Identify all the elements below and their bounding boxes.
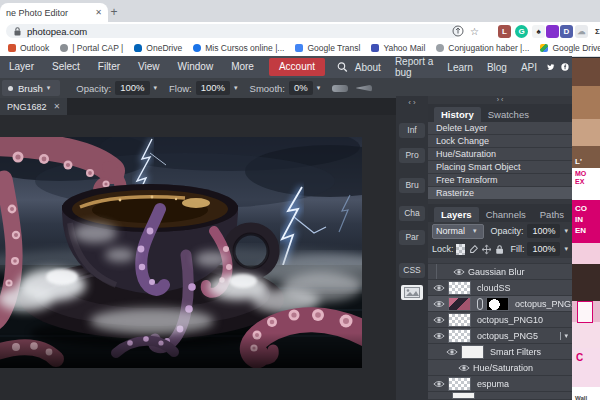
share-icon[interactable] (451, 25, 464, 38)
search-icon[interactable] (337, 61, 348, 73)
panel-button-info[interactable]: Inf (399, 123, 425, 138)
menu-more[interactable]: More (222, 56, 263, 78)
smooth-dropdown-icon[interactable]: ▾ (317, 84, 321, 92)
layer-row-espuma[interactable]: espuma (428, 376, 572, 392)
opacity-value[interactable]: 100% (115, 81, 149, 95)
tab-close-icon[interactable]: ✕ (93, 8, 104, 17)
bookmark-portal-cap[interactable]: | Portal CAP | (60, 43, 123, 53)
flow-value[interactable]: 100% (196, 81, 230, 95)
layer-row-smart-filters[interactable]: Smart Filters (428, 344, 572, 360)
document-close-icon[interactable]: ✕ (54, 102, 61, 111)
menu-filter[interactable]: Filter (89, 56, 129, 78)
document-tab[interactable]: PNG1682 ✕ (0, 98, 67, 115)
visibility-eye-icon[interactable] (433, 316, 445, 324)
visibility-eye-icon[interactable] (446, 348, 458, 356)
new-tab-button[interactable]: + (106, 4, 122, 20)
history-item[interactable]: Placing Smart Object (428, 161, 572, 174)
lock-paint-icon[interactable] (469, 244, 478, 255)
history-item[interactable]: Free Transform (428, 174, 572, 187)
link-blog[interactable]: Blog (480, 62, 514, 73)
history-item[interactable]: Hue/Saturation (428, 148, 572, 161)
smart-filter-mask-thumbnail[interactable] (461, 345, 484, 359)
menu-window[interactable]: Window (169, 56, 223, 78)
bookmark-yahoo-mail[interactable]: Yahoo Mail (371, 43, 425, 53)
link-report-a-bug[interactable]: Report a bug (388, 56, 440, 78)
layer-row-octopus-png10-selected[interactable]: octopus_PNG10 (428, 296, 572, 312)
layer-row-octopus-png5[interactable]: octopus_PNG5 ▾ (428, 328, 572, 344)
layer-thumbnail[interactable] (448, 297, 471, 311)
layers-opacity-value[interactable]: 100% (527, 224, 560, 238)
panel-collapse-arrows-icon[interactable]: › ‹ (428, 96, 572, 104)
tab-layers[interactable]: Layers (434, 207, 479, 222)
pressure-size-icon[interactable] (356, 85, 372, 92)
extension-icon-4[interactable] (546, 25, 559, 38)
bookmark-google-drive[interactable]: Google Drive (540, 43, 600, 53)
layer-row-gaussian-blur[interactable]: Gaussian Blur (428, 264, 572, 280)
blend-mode-select[interactable]: Normal ▾ (432, 224, 484, 239)
browser-tab[interactable]: ne Photo Editor ✕ (0, 3, 108, 22)
bookmark-mis-cursos[interactable]: Mis Cursos online |... (193, 43, 284, 53)
facebook-icon[interactable] (561, 61, 569, 73)
fill-value[interactable]: 100% (527, 242, 560, 256)
link-learn[interactable]: Learn (440, 62, 480, 73)
extension-icon-6[interactable]: ☁ (575, 25, 588, 38)
fill-dropdown-icon[interactable]: ▾ (564, 245, 568, 253)
layer-thumbnail[interactable] (448, 377, 471, 391)
pressure-opacity-icon[interactable] (332, 85, 348, 92)
tab-history[interactable]: History (434, 107, 481, 122)
canvas-image[interactable] (0, 137, 362, 368)
menu-select[interactable]: Select (43, 56, 89, 78)
extension-icon-1[interactable]: L (498, 25, 511, 38)
history-item[interactable]: Delete Layer (428, 122, 572, 135)
lock-all-icon[interactable] (495, 244, 504, 255)
layer-row-cloudss[interactable]: cloudSS (428, 280, 572, 296)
smart-filters-expander-icon[interactable]: ▾ (560, 332, 568, 340)
mask-link-icon[interactable] (477, 298, 483, 310)
lock-move-icon[interactable] (482, 244, 491, 255)
twitter-icon[interactable] (547, 61, 555, 73)
history-item[interactable]: Lock Change (428, 135, 572, 148)
visibility-eye-icon[interactable] (433, 284, 445, 292)
extension-icon-2[interactable]: G (515, 25, 528, 38)
tab-channels[interactable]: Channels (479, 207, 533, 222)
extension-icon-7[interactable]: Σ (591, 25, 600, 38)
layer-thumbnail[interactable] (448, 281, 471, 295)
panel-button-properties[interactable]: Pro (399, 148, 425, 163)
layer-row-octopus-png10[interactable]: octopus_PNG10 (428, 312, 572, 328)
bookmark-star-icon[interactable]: ☆ (468, 25, 481, 38)
visibility-eye-icon[interactable] (458, 364, 470, 372)
layer-mask-thumbnail[interactable] (486, 297, 509, 311)
bookmark-conjugation[interactable]: Conjugation haber |... (436, 43, 529, 53)
extension-icon-5[interactable]: D (560, 25, 573, 38)
visibility-eye-icon[interactable] (433, 300, 445, 308)
tab-swatches[interactable]: Swatches (481, 107, 536, 122)
menu-layer[interactable]: Layer (0, 56, 43, 78)
panel-button-paragraph[interactable]: Par (399, 230, 425, 245)
address-bar[interactable]: photopea.com (6, 24, 460, 38)
visibility-eye-icon[interactable] (433, 332, 445, 340)
sidebar-ad[interactable]: L' MO EX CO IN EN C Wall (572, 58, 600, 400)
layer-thumbnail[interactable] (448, 329, 471, 343)
panel-button-css[interactable]: CSS (399, 263, 425, 278)
opacity-dropdown-icon[interactable]: ▾ (154, 84, 158, 92)
visibility-eye-icon[interactable] (453, 268, 465, 276)
layer-row-hue-saturation[interactable]: Hue/Saturation (428, 360, 572, 376)
panel-button-character[interactable]: Cha (399, 206, 425, 221)
visibility-eye-icon[interactable] (433, 380, 445, 388)
menu-view[interactable]: View (129, 56, 169, 78)
bookmark-google-translate[interactable]: Google Transl (295, 43, 360, 53)
link-api[interactable]: API (514, 62, 544, 73)
panel-button-preview[interactable] (401, 285, 423, 300)
link-about[interactable]: About (348, 62, 388, 73)
collapse-arrows-icon[interactable]: ‹ › (396, 98, 428, 107)
account-button[interactable]: Account (269, 58, 325, 76)
smooth-value[interactable]: 0% (289, 81, 313, 95)
tab-paths[interactable]: Paths (533, 207, 571, 222)
opacity-dropdown-icon[interactable]: ▾ (564, 227, 568, 235)
lock-transparency-icon[interactable] (456, 244, 465, 255)
history-item-selected[interactable]: Rasterize (428, 187, 572, 200)
layer-thumbnail[interactable] (448, 313, 471, 327)
bookmark-onedrive[interactable]: OneDrive (134, 43, 182, 53)
bookmark-outlook[interactable]: Outlook (8, 43, 49, 53)
tool-preset-dropdown[interactable]: Brush ▾ (2, 80, 60, 96)
